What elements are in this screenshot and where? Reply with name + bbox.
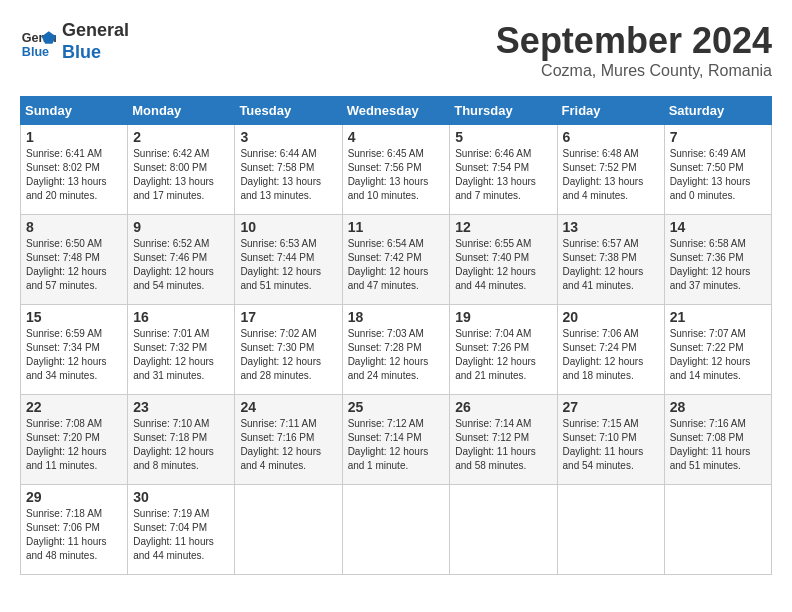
day-number: 23 (133, 399, 229, 415)
calendar-cell: 16Sunrise: 7:01 AMSunset: 7:32 PMDayligh… (128, 305, 235, 395)
calendar-cell (450, 485, 557, 575)
day-info: Sunrise: 6:52 AMSunset: 7:46 PMDaylight:… (133, 237, 229, 293)
header-day-friday: Friday (557, 97, 664, 125)
day-number: 21 (670, 309, 766, 325)
calendar-week-2: 8Sunrise: 6:50 AMSunset: 7:48 PMDaylight… (21, 215, 772, 305)
calendar-cell: 19Sunrise: 7:04 AMSunset: 7:26 PMDayligh… (450, 305, 557, 395)
calendar-cell (235, 485, 342, 575)
day-number: 5 (455, 129, 551, 145)
day-info: Sunrise: 7:16 AMSunset: 7:08 PMDaylight:… (670, 417, 766, 473)
day-info: Sunrise: 6:55 AMSunset: 7:40 PMDaylight:… (455, 237, 551, 293)
header-day-monday: Monday (128, 97, 235, 125)
day-info: Sunrise: 7:07 AMSunset: 7:22 PMDaylight:… (670, 327, 766, 383)
day-info: Sunrise: 7:08 AMSunset: 7:20 PMDaylight:… (26, 417, 122, 473)
day-number: 3 (240, 129, 336, 145)
header-day-saturday: Saturday (664, 97, 771, 125)
calendar-header-row: SundayMondayTuesdayWednesdayThursdayFrid… (21, 97, 772, 125)
day-number: 11 (348, 219, 445, 235)
day-info: Sunrise: 7:04 AMSunset: 7:26 PMDaylight:… (455, 327, 551, 383)
month-title: September 2024 (496, 20, 772, 62)
calendar-cell: 8Sunrise: 6:50 AMSunset: 7:48 PMDaylight… (21, 215, 128, 305)
day-number: 22 (26, 399, 122, 415)
day-number: 17 (240, 309, 336, 325)
day-number: 20 (563, 309, 659, 325)
day-number: 16 (133, 309, 229, 325)
calendar-cell: 12Sunrise: 6:55 AMSunset: 7:40 PMDayligh… (450, 215, 557, 305)
calendar-cell: 30Sunrise: 7:19 AMSunset: 7:04 PMDayligh… (128, 485, 235, 575)
calendar-week-4: 22Sunrise: 7:08 AMSunset: 7:20 PMDayligh… (21, 395, 772, 485)
calendar-cell: 26Sunrise: 7:14 AMSunset: 7:12 PMDayligh… (450, 395, 557, 485)
day-info: Sunrise: 6:41 AMSunset: 8:02 PMDaylight:… (26, 147, 122, 203)
day-info: Sunrise: 7:01 AMSunset: 7:32 PMDaylight:… (133, 327, 229, 383)
day-info: Sunrise: 6:54 AMSunset: 7:42 PMDaylight:… (348, 237, 445, 293)
day-info: Sunrise: 7:02 AMSunset: 7:30 PMDaylight:… (240, 327, 336, 383)
day-number: 15 (26, 309, 122, 325)
day-number: 27 (563, 399, 659, 415)
header-day-sunday: Sunday (21, 97, 128, 125)
calendar-cell (557, 485, 664, 575)
calendar-table: SundayMondayTuesdayWednesdayThursdayFrid… (20, 96, 772, 575)
calendar-cell: 15Sunrise: 6:59 AMSunset: 7:34 PMDayligh… (21, 305, 128, 395)
day-info: Sunrise: 6:44 AMSunset: 7:58 PMDaylight:… (240, 147, 336, 203)
day-number: 10 (240, 219, 336, 235)
calendar-cell: 18Sunrise: 7:03 AMSunset: 7:28 PMDayligh… (342, 305, 450, 395)
logo-icon: General Blue (20, 24, 56, 60)
day-number: 25 (348, 399, 445, 415)
calendar-cell: 22Sunrise: 7:08 AMSunset: 7:20 PMDayligh… (21, 395, 128, 485)
calendar-cell: 2Sunrise: 6:42 AMSunset: 8:00 PMDaylight… (128, 125, 235, 215)
header-day-tuesday: Tuesday (235, 97, 342, 125)
calendar-cell (342, 485, 450, 575)
day-number: 30 (133, 489, 229, 505)
day-info: Sunrise: 7:12 AMSunset: 7:14 PMDaylight:… (348, 417, 445, 473)
location-title: Cozma, Mures County, Romania (496, 62, 772, 80)
calendar-cell: 25Sunrise: 7:12 AMSunset: 7:14 PMDayligh… (342, 395, 450, 485)
calendar-cell: 23Sunrise: 7:10 AMSunset: 7:18 PMDayligh… (128, 395, 235, 485)
calendar-week-5: 29Sunrise: 7:18 AMSunset: 7:06 PMDayligh… (21, 485, 772, 575)
day-number: 29 (26, 489, 122, 505)
day-info: Sunrise: 7:14 AMSunset: 7:12 PMDaylight:… (455, 417, 551, 473)
day-number: 26 (455, 399, 551, 415)
day-info: Sunrise: 6:49 AMSunset: 7:50 PMDaylight:… (670, 147, 766, 203)
day-info: Sunrise: 6:57 AMSunset: 7:38 PMDaylight:… (563, 237, 659, 293)
header: General Blue General Blue September 2024… (20, 20, 772, 80)
title-area: September 2024 Cozma, Mures County, Roma… (496, 20, 772, 80)
day-number: 14 (670, 219, 766, 235)
calendar-cell: 13Sunrise: 6:57 AMSunset: 7:38 PMDayligh… (557, 215, 664, 305)
day-info: Sunrise: 6:42 AMSunset: 8:00 PMDaylight:… (133, 147, 229, 203)
day-info: Sunrise: 7:15 AMSunset: 7:10 PMDaylight:… (563, 417, 659, 473)
day-info: Sunrise: 7:03 AMSunset: 7:28 PMDaylight:… (348, 327, 445, 383)
calendar-cell: 7Sunrise: 6:49 AMSunset: 7:50 PMDaylight… (664, 125, 771, 215)
day-number: 18 (348, 309, 445, 325)
day-info: Sunrise: 6:45 AMSunset: 7:56 PMDaylight:… (348, 147, 445, 203)
day-number: 9 (133, 219, 229, 235)
day-number: 12 (455, 219, 551, 235)
calendar-cell: 21Sunrise: 7:07 AMSunset: 7:22 PMDayligh… (664, 305, 771, 395)
calendar-cell: 6Sunrise: 6:48 AMSunset: 7:52 PMDaylight… (557, 125, 664, 215)
calendar-cell: 5Sunrise: 6:46 AMSunset: 7:54 PMDaylight… (450, 125, 557, 215)
day-info: Sunrise: 7:10 AMSunset: 7:18 PMDaylight:… (133, 417, 229, 473)
header-day-wednesday: Wednesday (342, 97, 450, 125)
calendar-week-3: 15Sunrise: 6:59 AMSunset: 7:34 PMDayligh… (21, 305, 772, 395)
calendar-cell (664, 485, 771, 575)
svg-text:Blue: Blue (22, 44, 49, 58)
header-day-thursday: Thursday (450, 97, 557, 125)
calendar-cell: 1Sunrise: 6:41 AMSunset: 8:02 PMDaylight… (21, 125, 128, 215)
day-info: Sunrise: 6:50 AMSunset: 7:48 PMDaylight:… (26, 237, 122, 293)
calendar-cell: 3Sunrise: 6:44 AMSunset: 7:58 PMDaylight… (235, 125, 342, 215)
day-info: Sunrise: 6:58 AMSunset: 7:36 PMDaylight:… (670, 237, 766, 293)
day-info: Sunrise: 6:53 AMSunset: 7:44 PMDaylight:… (240, 237, 336, 293)
logo-line2: Blue (62, 42, 129, 64)
day-info: Sunrise: 6:46 AMSunset: 7:54 PMDaylight:… (455, 147, 551, 203)
day-info: Sunrise: 7:06 AMSunset: 7:24 PMDaylight:… (563, 327, 659, 383)
calendar-cell: 29Sunrise: 7:18 AMSunset: 7:06 PMDayligh… (21, 485, 128, 575)
calendar-cell: 4Sunrise: 6:45 AMSunset: 7:56 PMDaylight… (342, 125, 450, 215)
calendar-cell: 9Sunrise: 6:52 AMSunset: 7:46 PMDaylight… (128, 215, 235, 305)
day-number: 4 (348, 129, 445, 145)
day-number: 6 (563, 129, 659, 145)
day-number: 13 (563, 219, 659, 235)
day-number: 19 (455, 309, 551, 325)
calendar-week-1: 1Sunrise: 6:41 AMSunset: 8:02 PMDaylight… (21, 125, 772, 215)
calendar-cell: 14Sunrise: 6:58 AMSunset: 7:36 PMDayligh… (664, 215, 771, 305)
calendar-cell: 20Sunrise: 7:06 AMSunset: 7:24 PMDayligh… (557, 305, 664, 395)
logo: General Blue General Blue (20, 20, 129, 63)
